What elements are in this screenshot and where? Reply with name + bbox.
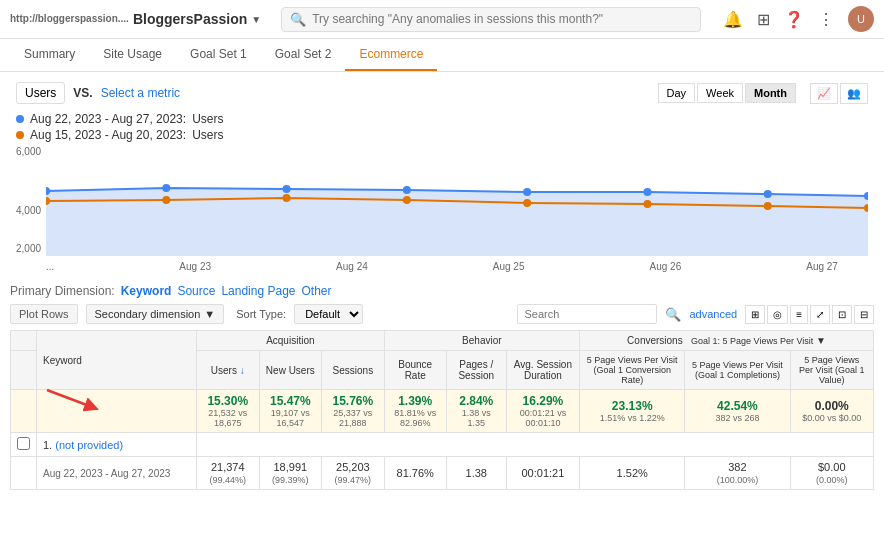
help-icon[interactable]: ❓ (784, 10, 804, 29)
row-1-checkbox-input[interactable] (17, 437, 30, 450)
table-view-grid[interactable]: ⊞ (745, 305, 765, 324)
table-view-pie[interactable]: ◎ (767, 305, 788, 324)
week-button[interactable]: Week (697, 83, 743, 103)
legend-metric-1: Users (192, 112, 223, 126)
dimension-landing-page[interactable]: Landing Page (221, 284, 295, 298)
select-metric-link[interactable]: Select a metric (101, 86, 180, 100)
header-goal1-value[interactable]: 5 Page Views Per Visit (Goal 1 Value) (790, 351, 874, 390)
svg-point-4 (403, 186, 411, 194)
chart-area: Users VS. Select a metric Day Week Month… (0, 72, 884, 276)
summary-sessions: 15.76% 25,337 vs 21,888 (322, 390, 385, 433)
date-view-buttons: Day Week Month (658, 83, 796, 103)
day-button[interactable]: Day (658, 83, 696, 103)
svg-point-11 (283, 194, 291, 202)
legend-metric-2: Users (192, 128, 223, 142)
y-axis-top: 6,000 (16, 146, 41, 157)
row-1-sessions: 25,203 (99.47%) (322, 457, 385, 490)
dimension-bar: Primary Dimension: Keyword Source Landin… (10, 284, 874, 298)
header-goal1-rate[interactable]: 5 Page Views Per Visit (Goal 1 Conversio… (580, 351, 685, 390)
x-axis-label-4: Aug 25 (493, 261, 525, 272)
secondary-dimension-button[interactable]: Secondary dimension ▼ (86, 304, 225, 324)
sort-type-select[interactable]: Default (294, 304, 363, 324)
goal-dropdown-icon[interactable]: ▼ (816, 335, 826, 346)
header: http://bloggerspassion.... BloggersPassi… (0, 0, 884, 39)
summary-new-users: 15.47% 19,107 vs 16,547 (259, 390, 322, 433)
search-icon: 🔍 (290, 12, 306, 27)
y-axis-mid: 4,000 (16, 205, 41, 216)
line-chart (46, 146, 868, 256)
tab-site-usage[interactable]: Site Usage (89, 39, 176, 71)
search-input[interactable] (312, 12, 692, 26)
row-1-keyword-link[interactable]: (not provided) (55, 439, 123, 451)
row-1-keyword-cell: 1. (not provided) (37, 433, 197, 457)
users-dropdown[interactable]: Users (16, 82, 65, 104)
header-checkbox-sub[interactable] (11, 351, 37, 390)
header-pages-session[interactable]: Pages / Session (446, 351, 506, 390)
chart-controls: Users VS. Select a metric Day Week Month… (16, 82, 868, 104)
svg-point-6 (643, 188, 651, 196)
table-view-custom[interactable]: ⊡ (832, 305, 852, 324)
brand-chevron-icon[interactable]: ▼ (251, 14, 261, 25)
advanced-link[interactable]: advanced (689, 308, 737, 320)
table-view-bar[interactable]: ≡ (790, 305, 808, 324)
table-search-input[interactable] (517, 304, 657, 324)
month-button[interactable]: Month (745, 83, 796, 103)
summary-goal1-complete: 42.54% 382 vs 268 (685, 390, 790, 433)
plot-rows-button[interactable]: Plot Rows (10, 304, 78, 324)
brand-name: BloggersPassion (133, 11, 247, 27)
more-vert-icon[interactable]: ⋮ (818, 10, 834, 29)
chart-view-buttons: 📈 👥 (810, 83, 868, 104)
header-sessions[interactable]: Sessions (322, 351, 385, 390)
row-1-goal1-rate: 1.52% (580, 457, 685, 490)
tab-goal-set-1[interactable]: Goal Set 1 (176, 39, 261, 71)
dimension-other[interactable]: Other (302, 284, 332, 298)
dimension-keyword[interactable]: Keyword (121, 284, 172, 298)
svg-point-3 (283, 185, 291, 193)
header-goal1-complete[interactable]: 5 Page Views Per Visit (Goal 1 Completio… (685, 351, 790, 390)
header-new-users[interactable]: New Users (259, 351, 322, 390)
grid-chart-button[interactable]: 👥 (840, 83, 868, 104)
summary-goal1-rate: 23.13% 1.51% vs 1.22% (580, 390, 685, 433)
tab-goal-set-2[interactable]: Goal Set 2 (261, 39, 346, 71)
row-1-pages-session: 1.38 (446, 457, 506, 490)
row-1-bounce-rate: 81.76% (384, 457, 446, 490)
legend-dot-orange (16, 131, 24, 139)
avatar[interactable]: U (848, 6, 874, 32)
tab-summary[interactable]: Summary (10, 39, 89, 71)
table-view-buttons: ⊞ ◎ ≡ ⤢ ⊡ ⊟ (745, 305, 874, 324)
x-axis: ... Aug 23 Aug 24 Aug 25 Aug 26 Aug 27 (16, 259, 868, 272)
row-1-number: 1. (43, 439, 52, 451)
bell-icon[interactable]: 🔔 (723, 10, 743, 29)
row-1-checkbox[interactable] (11, 433, 37, 457)
search-bar[interactable]: 🔍 (281, 7, 701, 32)
header-bounce-rate[interactable]: Bounce Rate (384, 351, 446, 390)
grid-icon[interactable]: ⊞ (757, 10, 770, 29)
summary-checkbox[interactable] (11, 390, 37, 433)
header-avg-session[interactable]: Avg. Session Duration (506, 351, 579, 390)
row-1-new-users: 18,991 (99.39%) (259, 457, 322, 490)
tab-ecommerce[interactable]: Ecommerce (345, 39, 437, 71)
row-1-avg-session: 00:01:21 (506, 457, 579, 490)
table-controls: Plot Rows Secondary dimension ▼ Sort Typ… (10, 304, 874, 324)
line-chart-button[interactable]: 📈 (810, 83, 838, 104)
search-table-icon[interactable]: 🔍 (665, 307, 681, 322)
row-1-goal1-value: $0.00 (0.00%) (790, 457, 874, 490)
header-checkbox[interactable] (11, 331, 37, 351)
header-keyword: Keyword (37, 331, 197, 390)
svg-point-12 (403, 196, 411, 204)
svg-line-18 (47, 390, 92, 407)
svg-point-5 (523, 188, 531, 196)
dimension-source[interactable]: Source (177, 284, 215, 298)
secondary-dim-label: Secondary dimension (95, 308, 201, 320)
brand-url: http://bloggerspassion.... (10, 14, 129, 24)
header-users[interactable]: Users ↓ (197, 351, 260, 390)
y-axis-bottom: 2,000 (16, 243, 41, 254)
table-view-pivot[interactable]: ⤢ (810, 305, 830, 324)
svg-point-7 (764, 190, 772, 198)
brand[interactable]: http://bloggerspassion.... BloggersPassi… (10, 11, 261, 27)
summary-row: 15.30% 21,532 vs 18,675 15.47% 19,107 vs… (11, 390, 874, 433)
vs-label: VS. (73, 86, 92, 100)
table-view-map[interactable]: ⊟ (854, 305, 874, 324)
svg-point-2 (162, 184, 170, 192)
chart-legend: Aug 22, 2023 - Aug 27, 2023: Users Aug 1… (16, 112, 868, 142)
